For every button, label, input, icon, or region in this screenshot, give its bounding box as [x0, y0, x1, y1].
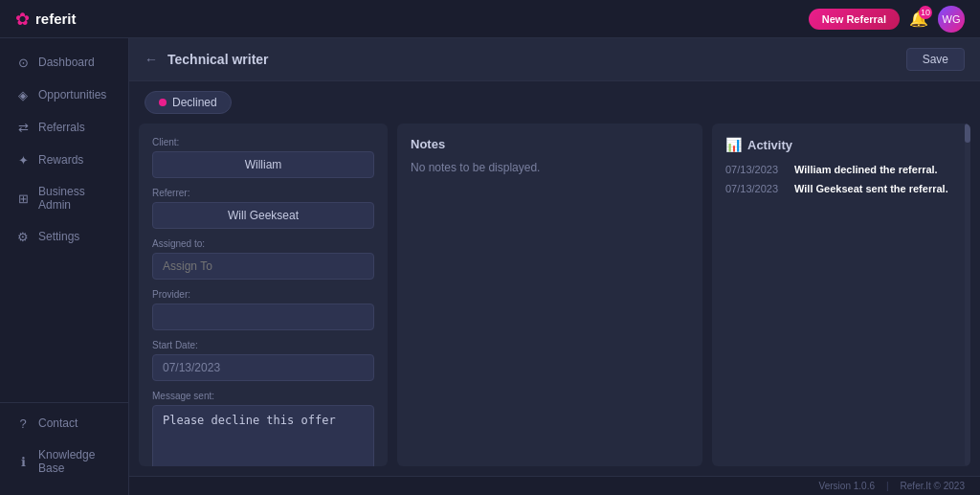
version-text: Version 1.0.6 — [819, 481, 875, 491]
notification-badge: 10 — [919, 6, 932, 19]
message-group: Message sent: Please decline this offer — [152, 391, 374, 466]
back-button[interactable]: ← — [145, 52, 158, 67]
header-right: New Referral 🔔 10 WG — [809, 6, 965, 33]
copyright-text: Refer.It © 2023 — [901, 481, 965, 491]
contact-icon: ? — [15, 416, 31, 431]
logo-icon: ✿ — [15, 9, 30, 30]
sidebar-item-dashboard[interactable]: ⊙ Dashboard — [0, 46, 128, 79]
form-panel: ••• Client: William Referrer: Will Geeks… — [139, 124, 388, 466]
client-value: William — [152, 151, 374, 178]
avatar[interactable]: WG — [938, 6, 965, 33]
provider-input[interactable] — [152, 304, 374, 330]
assigned-to-input[interactable] — [152, 253, 374, 280]
referrer-label: Referrer: — [152, 188, 374, 198]
notes-panel: Notes No notes to be displayed. — [397, 124, 702, 466]
referrer-group: Referrer: Will Geekseat — [152, 188, 374, 229]
activity-date-2: 07/13/2023 — [725, 183, 783, 194]
referrer-value: Will Geekseat — [152, 202, 374, 229]
assigned-to-label: Assigned to: — [152, 238, 374, 249]
three-columns: ••• Client: William Referrer: Will Geeks… — [129, 124, 980, 476]
scroll-indicator — [965, 124, 970, 466]
activity-header: 📊 Activity — [725, 137, 957, 152]
notes-empty-text: No notes to be displayed. — [411, 161, 689, 174]
footer-divider: | — [886, 481, 889, 491]
business-admin-icon: ⊞ — [15, 191, 31, 206]
activity-item-1: 07/13/2023 William declined the referral… — [725, 164, 957, 175]
content-area: ← Technical writer Save Declined ••• Cli… — [129, 38, 980, 495]
page-title: Technical writer — [167, 52, 269, 67]
opportunities-icon: ◈ — [15, 87, 31, 102]
dashboard-icon: ⊙ — [15, 55, 31, 70]
page-footer: Version 1.0.6 | Refer.It © 2023 — [129, 476, 980, 495]
message-label: Message sent: — [152, 391, 374, 401]
activity-title: Activity — [747, 138, 792, 152]
activity-item-2: 07/13/2023 Will Geekseat sent the referr… — [725, 183, 957, 194]
sidebar-item-label: Settings — [38, 230, 79, 243]
start-date-label: Start Date: — [152, 340, 374, 350]
status-badge: Declined — [145, 91, 232, 114]
sidebar-item-label: Contact — [38, 416, 78, 430]
main-layout: ⊙ Dashboard ◈ Opportunities ⇄ Referrals … — [0, 38, 980, 495]
settings-icon: ⚙ — [15, 229, 31, 244]
client-label: Client: — [152, 137, 374, 147]
sidebar: ⊙ Dashboard ◈ Opportunities ⇄ Referrals … — [0, 38, 129, 495]
notes-title: Notes — [411, 137, 689, 151]
sidebar-item-label: Rewards — [38, 153, 83, 167]
logo: ✿ referit — [15, 9, 77, 30]
status-label: Declined — [172, 96, 217, 109]
start-date-input[interactable] — [152, 354, 374, 381]
activity-text-2: Will Geekseat sent the referral. — [794, 183, 948, 194]
message-textarea[interactable]: Please decline this offer — [152, 405, 374, 466]
activity-text-1: William declined the referral. — [794, 164, 938, 175]
knowledge-base-icon: ℹ — [15, 454, 31, 469]
status-dot — [159, 99, 167, 106]
status-bar: Declined — [129, 81, 980, 124]
sidebar-item-contact[interactable]: ? Contact — [0, 407, 128, 439]
sidebar-item-label: Business Admin — [38, 185, 113, 212]
new-referral-button[interactable]: New Referral — [809, 9, 900, 30]
sidebar-item-opportunities[interactable]: ◈ Opportunities — [0, 79, 128, 111]
scroll-thumb — [965, 124, 970, 143]
activity-date-1: 07/13/2023 — [725, 164, 783, 175]
dots-menu[interactable]: ••• — [139, 291, 141, 300]
activity-panel: 📊 Activity 07/13/2023 William declined t… — [712, 124, 970, 466]
page-header-left: ← Technical writer — [145, 52, 269, 67]
sidebar-item-settings[interactable]: ⚙ Settings — [0, 220, 128, 253]
rewards-icon: ✦ — [15, 152, 31, 168]
sidebar-item-rewards[interactable]: ✦ Rewards — [0, 144, 128, 176]
logo-text: referit — [35, 11, 77, 27]
provider-group: Provider: — [152, 289, 374, 330]
sidebar-item-knowledge-base[interactable]: ℹ Knowledge Base — [0, 439, 128, 484]
sidebar-item-label: Knowledge Base — [38, 448, 113, 475]
top-header: ✿ referit New Referral 🔔 10 WG — [0, 0, 980, 38]
page-header: ← Technical writer Save — [129, 38, 980, 81]
client-group: Client: William — [152, 137, 374, 178]
sidebar-item-label: Referrals — [38, 121, 85, 134]
notification-button[interactable]: 🔔 10 — [909, 10, 928, 28]
sidebar-item-label: Opportunities — [38, 88, 106, 101]
referrals-icon: ⇄ — [15, 120, 31, 135]
activity-icon: 📊 — [725, 137, 742, 152]
save-button[interactable]: Save — [906, 48, 965, 71]
sidebar-nav: ⊙ Dashboard ◈ Opportunities ⇄ Referrals … — [0, 46, 128, 402]
sidebar-item-label: Dashboard — [38, 56, 95, 69]
sidebar-footer: ? Contact ℹ Knowledge Base — [0, 402, 128, 487]
assigned-to-group: Assigned to: — [152, 238, 374, 280]
sidebar-item-business-admin[interactable]: ⊞ Business Admin — [0, 176, 128, 220]
start-date-group: Start Date: — [152, 340, 374, 381]
sidebar-item-referrals[interactable]: ⇄ Referrals — [0, 111, 128, 144]
provider-label: Provider: — [152, 289, 374, 300]
